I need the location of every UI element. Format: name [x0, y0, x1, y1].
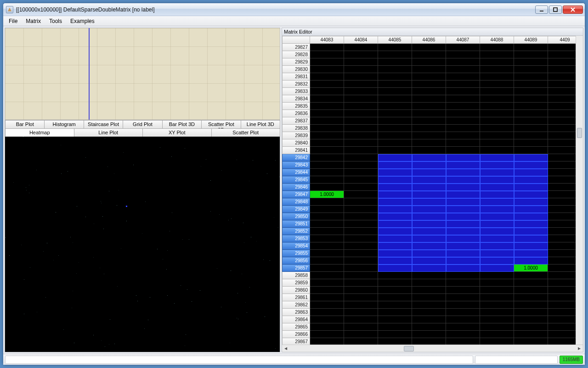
col-header[interactable]: 44085: [378, 36, 412, 44]
grid-cell[interactable]: [446, 103, 480, 110]
grid-cell[interactable]: [548, 323, 576, 331]
grid-cell[interactable]: [344, 88, 378, 95]
grid-cell[interactable]: [446, 139, 480, 147]
row-header[interactable]: 29863: [283, 309, 310, 316]
grid-cell[interactable]: [446, 250, 480, 257]
grid-cell[interactable]: [378, 309, 412, 316]
tab-line-plot-3d[interactable]: Line Plot 3D: [241, 120, 280, 128]
grid-cell[interactable]: [412, 169, 446, 176]
grid-cell[interactable]: [514, 176, 548, 184]
row-header[interactable]: 29833: [283, 88, 310, 95]
grid-cell[interactable]: [310, 331, 344, 338]
grid-cell[interactable]: [412, 287, 446, 294]
grid-cell[interactable]: [548, 331, 576, 338]
grid-cell[interactable]: [412, 110, 446, 117]
grid-cell[interactable]: [514, 331, 548, 338]
grid-cell[interactable]: [378, 125, 412, 132]
grid-cell[interactable]: [514, 184, 548, 191]
grid-cell[interactable]: [480, 331, 514, 338]
grid-cell[interactable]: [446, 309, 480, 316]
grid-cell[interactable]: [378, 323, 412, 331]
horizontal-scrollbar[interactable]: ◀ ▶: [282, 345, 583, 352]
grid-cell[interactable]: [378, 117, 412, 125]
grid-cell[interactable]: [446, 191, 480, 198]
grid-cell[interactable]: [378, 139, 412, 147]
grid-cell[interactable]: [344, 95, 378, 103]
grid-cell[interactable]: [480, 301, 514, 309]
grid-cell[interactable]: [378, 287, 412, 294]
row-header[interactable]: 29830: [283, 66, 310, 73]
row-header[interactable]: 29848: [283, 198, 310, 206]
grid-cell[interactable]: [480, 242, 514, 250]
grid-cell[interactable]: [378, 213, 412, 220]
grid-cell[interactable]: [378, 80, 412, 88]
grid-cell[interactable]: [446, 169, 480, 176]
hscroll-left-arrow[interactable]: ◀: [282, 345, 289, 352]
grid-cell[interactable]: 1.0000: [514, 264, 548, 272]
grid-cell[interactable]: [412, 309, 446, 316]
grid-cell[interactable]: [548, 154, 576, 161]
grid-cell[interactable]: [548, 250, 576, 257]
grid-cell[interactable]: [514, 198, 548, 206]
grid-cell[interactable]: [310, 73, 344, 80]
grid-cell[interactable]: [446, 80, 480, 88]
grid-cell[interactable]: [548, 139, 576, 147]
grid-cell[interactable]: [378, 264, 412, 272]
grid-cell[interactable]: [378, 66, 412, 73]
grid-cell[interactable]: [480, 309, 514, 316]
grid-cell[interactable]: [412, 80, 446, 88]
grid-cell[interactable]: [446, 95, 480, 103]
row-header[interactable]: 29844: [283, 169, 310, 176]
grid-cell[interactable]: [310, 272, 344, 279]
grid-cell[interactable]: [446, 176, 480, 184]
row-header[interactable]: 29841: [283, 147, 310, 154]
grid-cell[interactable]: [446, 272, 480, 279]
grid-cell[interactable]: [344, 213, 378, 220]
col-header[interactable]: 44088: [480, 36, 514, 44]
row-header[interactable]: 29857: [283, 264, 310, 272]
row-header[interactable]: 29843: [283, 161, 310, 169]
grid-cell[interactable]: [446, 198, 480, 206]
grid-cell[interactable]: [310, 323, 344, 331]
close-button[interactable]: [563, 6, 583, 14]
grid-cell[interactable]: [412, 331, 446, 338]
grid-cell[interactable]: [344, 279, 378, 287]
vertical-scrollbar[interactable]: [576, 36, 583, 345]
grid-cell[interactable]: [480, 51, 514, 58]
grid-cell[interactable]: [310, 316, 344, 323]
hscroll-right-arrow[interactable]: ▶: [576, 345, 583, 352]
grid-cell[interactable]: [480, 338, 514, 345]
grid-cell[interactable]: [480, 257, 514, 264]
grid-cell[interactable]: [548, 257, 576, 264]
grid-cell[interactable]: [446, 316, 480, 323]
grid-cell[interactable]: [446, 147, 480, 154]
row-header[interactable]: 29856: [283, 257, 310, 264]
row-header[interactable]: 29858: [283, 272, 310, 279]
grid-cell[interactable]: [446, 338, 480, 345]
grid-cell[interactable]: [310, 58, 344, 66]
row-header[interactable]: 29862: [283, 301, 310, 309]
grid-cell[interactable]: [412, 125, 446, 132]
row-header[interactable]: 29859: [283, 279, 310, 287]
grid-cell[interactable]: [344, 139, 378, 147]
grid-cell[interactable]: [480, 213, 514, 220]
row-header[interactable]: 29861: [283, 294, 310, 301]
grid-cell[interactable]: [412, 161, 446, 169]
grid-cell[interactable]: [480, 294, 514, 301]
grid-cell[interactable]: [514, 51, 548, 58]
grid-cell[interactable]: [378, 198, 412, 206]
row-header[interactable]: 29836: [283, 110, 310, 117]
grid-cell[interactable]: [480, 73, 514, 80]
grid-cell[interactable]: [548, 301, 576, 309]
grid-cell[interactable]: [548, 132, 576, 139]
grid-cell[interactable]: [310, 301, 344, 309]
tab-line-plot[interactable]: Line Plot: [74, 128, 143, 137]
grid-cell[interactable]: [344, 338, 378, 345]
grid-cell[interactable]: [548, 51, 576, 58]
grid-cell[interactable]: [480, 132, 514, 139]
grid-cell[interactable]: [344, 154, 378, 161]
grid-cell[interactable]: [514, 294, 548, 301]
grid-cell[interactable]: [412, 58, 446, 66]
grid-cell[interactable]: [344, 198, 378, 206]
grid-cell[interactable]: [548, 103, 576, 110]
